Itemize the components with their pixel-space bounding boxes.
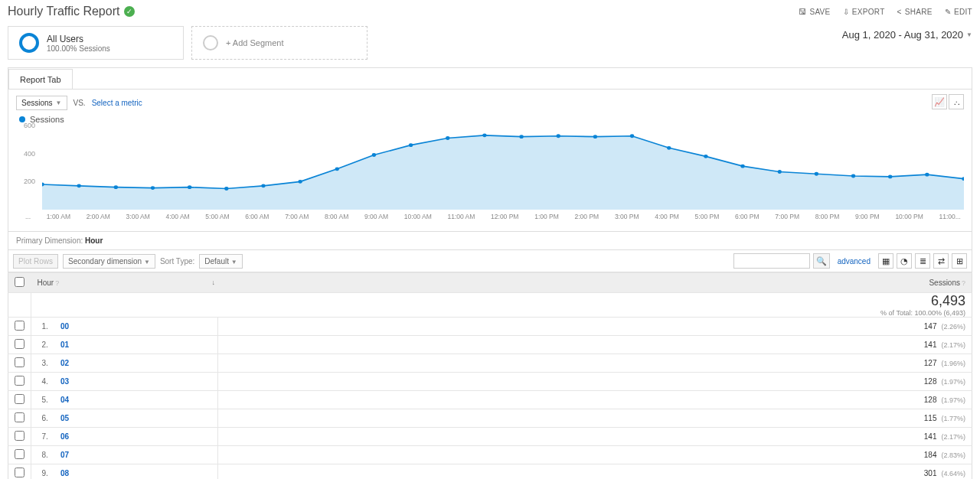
secondary-dimension-selector[interactable]: Secondary dimension ▼ — [63, 254, 155, 269]
row-index: 4. — [31, 373, 54, 391]
column-sessions[interactable]: ↓Sessions? — [217, 273, 972, 293]
plot-rows-button: Plot Rows — [13, 254, 58, 269]
row-checkbox[interactable] — [15, 394, 24, 404]
table-row[interactable]: 4.03128(1.97%) — [8, 373, 972, 391]
edit-label: EDIT — [954, 8, 972, 16]
row-checkbox[interactable] — [15, 449, 24, 459]
table-row[interactable]: 3.02127(1.96%) — [8, 354, 972, 373]
share-icon: < — [897, 8, 902, 16]
chevron-down-icon: ▼ — [231, 259, 237, 266]
vs-label: VS. — [74, 99, 86, 107]
xtick: 10:00 AM — [404, 213, 432, 220]
column-hour-label: Hour — [38, 279, 54, 287]
segment-all-users[interactable]: All Users 100.00% Sessions — [8, 26, 184, 60]
xtick: 6:00 PM — [735, 213, 760, 220]
row-hour[interactable]: 04 — [54, 391, 218, 409]
xtick: 1:00 AM — [47, 213, 70, 220]
svg-point-5 — [224, 187, 228, 191]
sort-down-icon: ↓ — [211, 279, 215, 286]
metric-selected: Sessions — [21, 99, 53, 107]
view-pie-button[interactable]: ◔ — [897, 253, 912, 269]
row-index: 5. — [31, 391, 54, 409]
xtick: 8:00 PM — [815, 213, 840, 220]
svg-point-1 — [77, 184, 81, 187]
xtick: 2:00 AM — [87, 213, 110, 220]
help-icon[interactable]: ? — [55, 279, 59, 287]
sort-type-label: Sort Type: — [160, 257, 194, 266]
tab-report[interactable]: Report Tab — [8, 69, 73, 90]
row-hour[interactable]: 01 — [54, 336, 218, 354]
primary-dimension-row: Primary Dimension: Hour — [8, 232, 972, 250]
xtick: ... — [25, 213, 31, 220]
chart-type-motion-button[interactable]: ⸫ — [949, 94, 964, 109]
motion-chart-icon: ⸫ — [954, 97, 959, 107]
table-row[interactable]: 7.06141(2.17%) — [8, 428, 972, 446]
svg-point-15 — [593, 135, 597, 138]
xtick: 4:00 AM — [165, 213, 189, 220]
table-row[interactable]: 8.07184(2.83%) — [8, 446, 972, 464]
chevron-down-icon: ▼ — [144, 259, 150, 266]
svg-point-12 — [482, 133, 486, 137]
xtick: 5:00 PM — [695, 213, 720, 220]
svg-point-18 — [704, 155, 707, 158]
xtick: 2:00 PM — [575, 213, 599, 220]
search-input[interactable] — [733, 253, 810, 269]
action-bar: 🖫SAVE ⇩EXPORT <SHARE ✎EDIT — [799, 8, 972, 16]
add-segment-button[interactable]: + Add Segment — [191, 26, 368, 60]
table-row[interactable]: 5.04128(1.97%) — [8, 391, 972, 409]
help-icon[interactable]: ? — [962, 279, 965, 287]
row-hour[interactable]: 08 — [54, 464, 218, 480]
view-comparison-button[interactable]: ⇄ — [933, 253, 949, 269]
column-sessions-label: Sessions — [929, 279, 960, 287]
edit-button[interactable]: ✎EDIT — [945, 8, 972, 16]
row-index: 8. — [31, 446, 54, 464]
pivot-icon: ⊞ — [956, 256, 963, 266]
select-all-checkbox[interactable] — [15, 277, 24, 287]
row-sessions: 141(2.17%) — [217, 336, 972, 354]
share-button[interactable]: <SHARE — [897, 8, 933, 16]
table-row[interactable]: 2.01141(2.17%) — [8, 336, 972, 354]
xtick: 3:00 AM — [126, 213, 150, 220]
data-table: Hour? ↓Sessions? 6,493% of Total: 100.00… — [8, 272, 972, 479]
row-hour[interactable]: 03 — [54, 373, 218, 391]
row-hour[interactable]: 02 — [54, 354, 218, 373]
select-metric-link[interactable]: Select a metric — [92, 99, 142, 107]
column-hour[interactable]: Hour? — [31, 273, 218, 293]
total-row: 6,493% of Total: 100.00% (6,493) — [8, 293, 972, 318]
date-range-picker[interactable]: Aug 1, 2020 - Aug 31, 2020 ▼ — [842, 26, 972, 41]
xtick: 9:00 PM — [855, 213, 880, 220]
view-pivot-button[interactable]: ⊞ — [952, 253, 967, 269]
svg-point-10 — [409, 143, 413, 147]
row-hour[interactable]: 00 — [54, 318, 218, 336]
row-checkbox[interactable] — [15, 357, 24, 367]
table-row[interactable]: 9.08301(4.64%) — [8, 464, 972, 480]
row-checkbox[interactable] — [15, 339, 24, 349]
table-row[interactable]: 1.00147(2.26%) — [8, 318, 972, 336]
row-checkbox[interactable] — [15, 376, 24, 386]
row-hour[interactable]: 06 — [54, 428, 218, 446]
row-hour[interactable]: 07 — [54, 446, 218, 464]
advanced-link[interactable]: advanced — [838, 257, 871, 266]
save-label: SAVE — [809, 8, 830, 16]
xtick: 7:00 AM — [285, 213, 309, 220]
table-row[interactable]: 6.05115(1.77%) — [8, 409, 972, 428]
metric-selector[interactable]: Sessions ▼ — [16, 96, 67, 110]
row-checkbox[interactable] — [15, 468, 24, 477]
search-button[interactable]: 🔍 — [813, 253, 830, 269]
save-button[interactable]: 🖫SAVE — [799, 8, 830, 16]
row-checkbox[interactable] — [15, 412, 24, 422]
svg-point-13 — [519, 135, 523, 138]
row-hour[interactable]: 05 — [54, 409, 218, 428]
view-performance-button[interactable]: ≣ — [915, 253, 930, 269]
view-table-button[interactable]: ▦ — [878, 253, 893, 269]
row-index: 2. — [31, 336, 54, 354]
sort-type-selector[interactable]: Default ▼ — [199, 254, 242, 269]
row-checkbox[interactable] — [15, 431, 24, 441]
export-button[interactable]: ⇩EXPORT — [843, 8, 885, 16]
header-checkbox[interactable] — [8, 273, 31, 293]
add-segment-label: + Add Segment — [226, 38, 284, 47]
row-checkbox[interactable] — [15, 321, 24, 331]
segment-hollow-icon — [203, 35, 218, 51]
chart-type-line-button[interactable]: 📈 — [932, 94, 947, 109]
bars-icon: ≣ — [920, 256, 926, 266]
